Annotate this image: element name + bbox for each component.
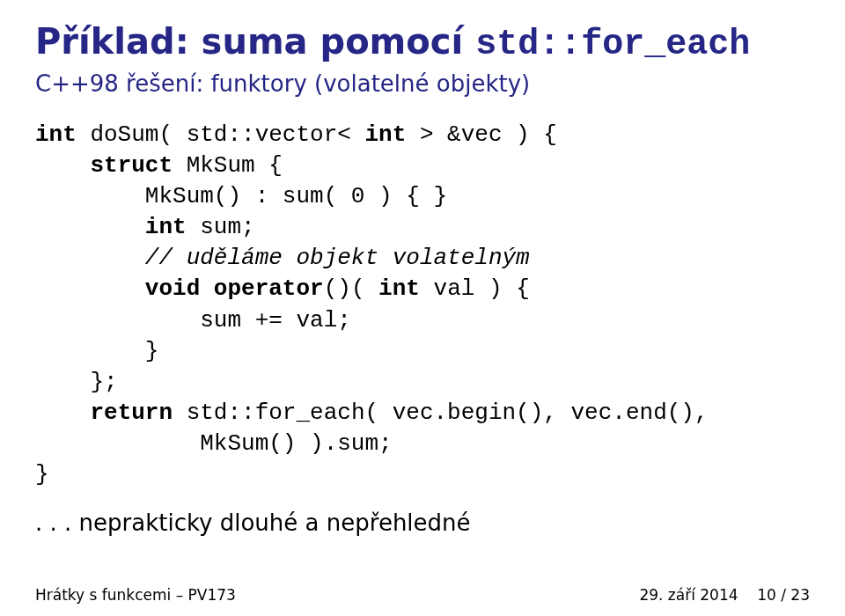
slide-footer: Hrátky s funkcemi – PV173 29. září 2014 … bbox=[35, 586, 810, 604]
code-text bbox=[35, 275, 145, 302]
code-text: MkSum() : sum( 0 ) { } bbox=[35, 183, 447, 209]
footer-page-current: 10 bbox=[757, 586, 776, 604]
code-kw: return bbox=[90, 400, 173, 426]
slide-subtitle: C++98 řešení: funktory (volatelné objekt… bbox=[35, 70, 810, 97]
title-code: std::for_each bbox=[475, 25, 750, 64]
code-kw: int bbox=[378, 275, 420, 302]
code-text: MkSum() ).sum; bbox=[35, 430, 393, 457]
slide-title: Příklad: suma pomocí std::for_each bbox=[35, 21, 810, 65]
code-text bbox=[35, 214, 145, 240]
title-text: Příklad: suma pomocí bbox=[35, 21, 475, 62]
code-block: int doSum( std::vector< int > &vec ) { s… bbox=[35, 120, 810, 490]
code-text: ()( bbox=[324, 275, 378, 302]
code-kw: int bbox=[35, 121, 77, 148]
code-text: val ) { bbox=[420, 275, 530, 302]
code-text bbox=[35, 400, 90, 426]
footer-left: Hrátky s funkcemi – PV173 bbox=[35, 586, 236, 604]
code-kw: operator bbox=[214, 275, 324, 302]
footer-date: 29. září 2014 bbox=[639, 586, 738, 604]
slide-note: . . . neprakticky dlouhé a nepřehledné bbox=[35, 510, 810, 536]
code-comment: // uděláme objekt volatelným bbox=[145, 245, 530, 271]
code-text: } bbox=[35, 338, 158, 364]
code-text bbox=[200, 275, 214, 302]
code-text: doSum( std::vector< bbox=[77, 121, 365, 148]
code-text: sum; bbox=[187, 214, 255, 240]
code-text: std::for_each( vec.begin(), vec.end(), bbox=[173, 400, 709, 426]
code-text: MkSum { bbox=[173, 152, 283, 179]
footer-page-total: 23 bbox=[790, 586, 810, 604]
footer-right: 29. září 2014 10 / 23 bbox=[639, 586, 810, 604]
code-kw: void bbox=[145, 275, 200, 302]
code-text: }; bbox=[35, 369, 118, 395]
code-text bbox=[35, 152, 90, 179]
code-text: } bbox=[35, 461, 49, 488]
footer-page-sep: / bbox=[776, 586, 791, 604]
code-text bbox=[35, 245, 145, 271]
code-kw: int bbox=[145, 214, 187, 240]
code-kw: struct bbox=[90, 152, 173, 179]
code-text: sum += val; bbox=[35, 307, 351, 334]
code-kw: int bbox=[364, 121, 406, 148]
code-text: > &vec ) { bbox=[406, 121, 557, 148]
slide: Příklad: suma pomocí std::for_each C++98… bbox=[0, 0, 845, 616]
